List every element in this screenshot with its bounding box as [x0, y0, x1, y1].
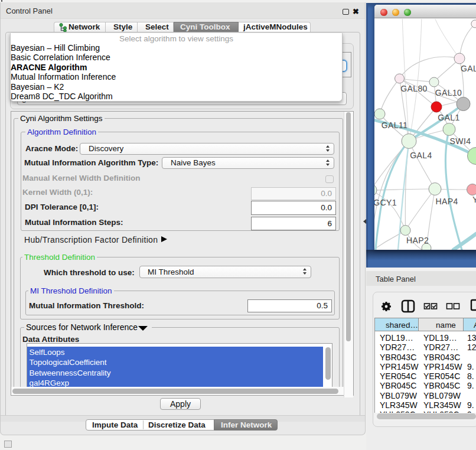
svg-text:HAP4: HAP4 — [435, 197, 458, 206]
svg-text:Y: Y — [472, 195, 476, 204]
svg-text:GCY1: GCY1 — [374, 198, 397, 207]
svg-text:GAL: GAL — [461, 64, 476, 73]
svg-text:GAL11: GAL11 — [382, 120, 408, 130]
svg-text:SWI4: SWI4 — [450, 136, 471, 146]
svg-text:GAL80: GAL80 — [400, 84, 428, 93]
svg-text:HAP2: HAP2 — [406, 236, 429, 245]
svg-text:GAL10: GAL10 — [435, 88, 462, 97]
svg-text:GAL4: GAL4 — [410, 151, 432, 160]
svg-text:GAL1: GAL1 — [438, 113, 459, 122]
